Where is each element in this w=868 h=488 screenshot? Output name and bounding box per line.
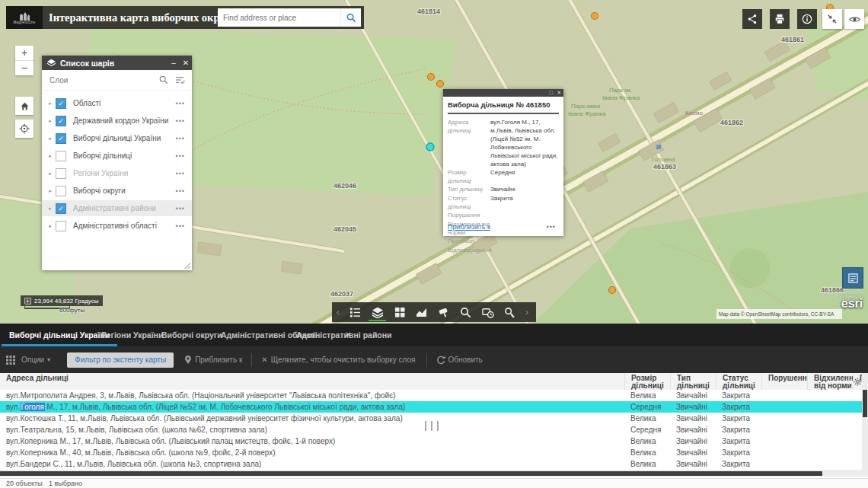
basemap-gallery-widget-button[interactable] bbox=[388, 302, 410, 322]
layer-list-header[interactable]: Список шарів – ✕ bbox=[42, 56, 192, 70]
layer-item[interactable]: ▸ ✓ Державний кордон України ••• bbox=[42, 113, 192, 129]
horizontal-scrollbar-thumb[interactable] bbox=[0, 471, 822, 476]
logo-castle-icon bbox=[18, 11, 30, 21]
visibility-button[interactable] bbox=[844, 9, 864, 29]
popup-maximize-button[interactable]: □ bbox=[547, 89, 555, 97]
layer-menu-icon[interactable]: ••• bbox=[176, 135, 185, 142]
filter-by-extent-button[interactable]: Фильтр по экстенту карты bbox=[67, 352, 174, 368]
search-icon[interactable] bbox=[159, 75, 168, 85]
cell-status: Закрита bbox=[722, 458, 775, 470]
panel-close-button[interactable]: ✕ bbox=[180, 59, 192, 67]
draw-widget-button[interactable] bbox=[432, 302, 455, 322]
popup-close-button[interactable]: ✕ bbox=[555, 89, 563, 97]
layer-menu-icon[interactable]: ••• bbox=[176, 205, 185, 212]
overview-map-button[interactable] bbox=[842, 267, 863, 289]
dock-scroll-left[interactable]: ‹ bbox=[332, 302, 344, 322]
layer-checkbox[interactable]: ✓ bbox=[56, 116, 66, 126]
expand-arrow-icon[interactable]: ▸ bbox=[45, 100, 56, 107]
panel-resize-handle[interactable] bbox=[184, 263, 190, 269]
legend-widget-button[interactable] bbox=[344, 302, 366, 322]
column-header[interactable]: Розмір дільниці bbox=[624, 373, 670, 390]
vertical-scrollbar-thumb[interactable] bbox=[863, 390, 867, 417]
column-header[interactable]: Адреса дільниці bbox=[0, 373, 624, 390]
table-row[interactable]: вул.Митрополита Андрея, 3, м.Львів, Льві… bbox=[0, 390, 868, 402]
tab-regions[interactable]: Регіони України bbox=[101, 324, 163, 346]
station-marker[interactable] bbox=[428, 74, 435, 81]
clear-selection-button[interactable]: ✕ Щелкните, чтобы очистить выборку слоя bbox=[261, 356, 415, 364]
column-header[interactable]: Порушення bbox=[761, 373, 807, 390]
layer-item[interactable]: ▸ ✓ Адміністративні райони ••• bbox=[42, 200, 192, 216]
park-label: Івана Франка bbox=[568, 110, 606, 117]
station-marker[interactable] bbox=[437, 81, 444, 88]
column-header[interactable]: Відхилення від норми bbox=[807, 373, 853, 390]
tab-polling-stations[interactable]: Виборчі дільниці України bbox=[9, 324, 110, 346]
station-marker[interactable] bbox=[592, 13, 598, 20]
layer-menu-icon[interactable]: ••• bbox=[176, 152, 185, 160]
chart-widget-button[interactable] bbox=[410, 302, 432, 322]
layer-checkbox[interactable]: ✓ bbox=[56, 98, 66, 109]
vertical-scrollbar[interactable] bbox=[862, 373, 868, 477]
table-settings-button[interactable] bbox=[854, 375, 862, 389]
dock-scroll-right[interactable]: › bbox=[521, 302, 533, 322]
tab-admin-raions[interactable]: Адміністративні райони bbox=[296, 324, 392, 346]
layer-checkbox[interactable] bbox=[56, 186, 66, 196]
tab-districts[interactable]: Виборчі округи bbox=[161, 324, 222, 346]
expand-arrow-icon[interactable]: ▸ bbox=[45, 171, 56, 177]
app-logo[interactable]: MagneticOne bbox=[6, 6, 43, 29]
filter-icon[interactable] bbox=[175, 75, 185, 85]
home-button[interactable] bbox=[15, 97, 34, 115]
layer-menu-icon[interactable]: ••• bbox=[176, 100, 185, 107]
layer-item[interactable]: ▸ ✓ Виборчі дільниці України ••• bbox=[42, 130, 192, 146]
search-widget-button[interactable] bbox=[455, 302, 477, 322]
time-widget-button[interactable] bbox=[477, 302, 499, 322]
layer-checkbox[interactable] bbox=[56, 221, 66, 231]
share-button[interactable] bbox=[742, 9, 762, 29]
print-button[interactable] bbox=[770, 9, 790, 29]
zoom-out-button[interactable]: − bbox=[15, 61, 34, 75]
layer-menu-icon[interactable]: ••• bbox=[176, 187, 185, 195]
table-row[interactable]: вул.Бандери С., 11, м.Львів, Львівська о… bbox=[0, 458, 868, 470]
layer-checkbox[interactable] bbox=[56, 151, 66, 161]
expand-arrow-icon[interactable]: ▸ bbox=[45, 136, 56, 142]
options-menu-button[interactable]: Опции ▾ bbox=[6, 356, 50, 365]
expand-arrow-icon[interactable]: ▸ bbox=[45, 118, 56, 124]
refresh-button[interactable]: Обновить bbox=[436, 356, 483, 365]
layer-item[interactable]: ▸ ✓ Області ••• bbox=[42, 95, 192, 111]
table-row[interactable]: вул.Коперника М., 17, м.Львів, Львівська… bbox=[0, 435, 868, 448]
search-button[interactable] bbox=[340, 8, 361, 27]
layer-checkbox[interactable] bbox=[56, 168, 66, 179]
selected-station-marker[interactable] bbox=[426, 143, 434, 151]
expand-arrow-icon[interactable]: ▸ bbox=[45, 188, 56, 194]
query-widget-button[interactable] bbox=[499, 302, 521, 322]
station-marker[interactable] bbox=[609, 287, 616, 294]
popup-menu-icon[interactable]: ••• bbox=[547, 223, 556, 231]
table-row-selected[interactable]: вул.Гоголя М., 17, м.Львів, Львівська об… bbox=[0, 401, 868, 413]
expand-arrow-icon[interactable]: ▸ bbox=[45, 153, 56, 159]
layer-menu-icon[interactable]: ••• bbox=[176, 170, 185, 177]
zoom-to-link[interactable]: Приблизить к bbox=[448, 223, 490, 231]
column-header[interactable]: Тип дільниці bbox=[670, 373, 716, 390]
expand-arrow-icon[interactable]: ▸ bbox=[45, 206, 56, 212]
zoom-to-button[interactable]: Приблизить к bbox=[184, 355, 242, 365]
layer-list-widget-button[interactable] bbox=[366, 302, 388, 322]
layer-item[interactable]: ▸ Виборчі дільниці ••• bbox=[42, 148, 192, 164]
tab-close-icon[interactable]: ✕ bbox=[345, 324, 351, 346]
layer-menu-icon[interactable]: ••• bbox=[176, 222, 185, 230]
expand-arrow-icon[interactable]: ▸ bbox=[45, 223, 56, 229]
panel-minimize-button[interactable]: – bbox=[168, 59, 180, 67]
layer-menu-icon[interactable]: ••• bbox=[176, 117, 185, 125]
table-resize-handle[interactable] bbox=[425, 421, 439, 431]
layer-checkbox[interactable]: ✓ bbox=[56, 133, 66, 144]
layer-item[interactable]: ▸ Адміністративні області ••• bbox=[42, 218, 192, 234]
locate-button[interactable] bbox=[15, 120, 34, 138]
info-button[interactable] bbox=[797, 9, 817, 29]
column-header[interactable]: Статус дільниці bbox=[716, 373, 761, 390]
zoom-in-button[interactable]: + bbox=[15, 46, 34, 61]
table-row[interactable]: вул.Коперника М., 40, м.Львів, Львівська… bbox=[0, 447, 868, 459]
search-input[interactable] bbox=[218, 9, 340, 26]
horizontal-scrollbar[interactable] bbox=[0, 470, 868, 477]
layer-item[interactable]: ▸ Регіони України ••• bbox=[42, 165, 192, 181]
layer-item[interactable]: ▸ Виборчі округи ••• bbox=[42, 183, 192, 199]
layer-checkbox[interactable]: ✓ bbox=[56, 203, 66, 214]
collapse-button[interactable] bbox=[822, 9, 842, 29]
